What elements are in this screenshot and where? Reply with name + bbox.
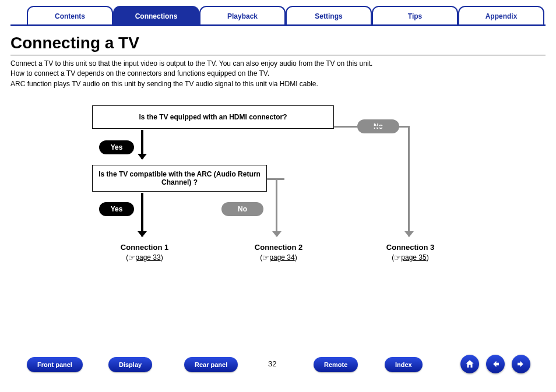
question-hdmi: Is the TV equipped with an HDMI connecto… [92, 105, 334, 129]
intro-line-1: Connect a TV to this unit so that the in… [10, 59, 546, 69]
page-title: Connecting a TV [10, 34, 546, 52]
tab-contents[interactable]: Contents [27, 6, 113, 24]
hand-icon: ☞ [128, 253, 135, 262]
hand-icon: ☞ [394, 253, 401, 262]
home-icon [464, 359, 475, 369]
link-page-35[interactable]: page 35 [401, 253, 426, 262]
answer-yes-hdmi: Yes [99, 140, 134, 154]
link-page-33[interactable]: page 33 [135, 253, 160, 262]
btn-index[interactable]: Index [385, 357, 423, 372]
arrow-left-icon [490, 359, 501, 369]
tab-tips[interactable]: Tips [372, 6, 458, 24]
arrow-down [141, 193, 143, 236]
page-number: 32 [268, 359, 276, 368]
top-tabs: Contents Connections Playback Settings T… [27, 6, 529, 26]
intro-text: Connect a TV to this unit so that the in… [10, 59, 546, 89]
connection-1-ref: (☞page 33) [104, 253, 185, 262]
answer-yes-arc: Yes [99, 202, 134, 216]
link-page-34[interactable]: page 34 [269, 253, 294, 262]
flowchart: Is the TV equipped with an HDMI connecto… [10, 100, 546, 292]
connection-3: Connection 3 (☞page 35) [370, 243, 451, 262]
tab-connections[interactable]: Connections [113, 6, 199, 24]
connector-line [334, 126, 410, 128]
connection-2-title: Connection 2 [238, 243, 319, 252]
tab-appendix[interactable]: Appendix [458, 6, 544, 24]
tab-underline [10, 24, 546, 26]
home-button[interactable] [460, 355, 479, 373]
connection-1: Connection 1 (☞page 33) [104, 243, 185, 262]
btn-remote[interactable]: Remote [314, 357, 358, 372]
btn-rear-panel[interactable]: Rear panel [184, 357, 238, 372]
tab-playback[interactable]: Playback [199, 6, 286, 24]
connection-3-ref: (☞page 35) [370, 253, 451, 262]
connection-2-ref: (☞page 34) [238, 253, 319, 262]
answer-no-arc: No [221, 202, 263, 216]
intro-line-3: ARC function plays TV audio on this unit… [10, 79, 546, 89]
btn-front-panel[interactable]: Front panel [27, 357, 83, 372]
footer: Front panel Display Rear panel 32 Remote… [0, 357, 556, 378]
connector-line [276, 178, 277, 236]
btn-display[interactable]: Display [108, 357, 152, 372]
intro-line-2: How to connect a TV depends on the conne… [10, 69, 546, 79]
prev-button[interactable] [486, 355, 505, 373]
question-arc: Is the TV compatible with the ARC (Audio… [92, 165, 267, 192]
tab-settings[interactable]: Settings [286, 6, 372, 24]
next-button[interactable] [512, 355, 530, 373]
arrow-down [141, 130, 143, 159]
connector-line [408, 126, 410, 236]
connection-1-title: Connection 1 [104, 243, 185, 252]
arrow-right-icon [516, 359, 526, 369]
hand-icon: ☞ [262, 253, 269, 262]
connection-3-title: Connection 3 [370, 243, 451, 252]
title-rule [10, 55, 546, 55]
connection-2: Connection 2 (☞page 34) [238, 243, 319, 262]
